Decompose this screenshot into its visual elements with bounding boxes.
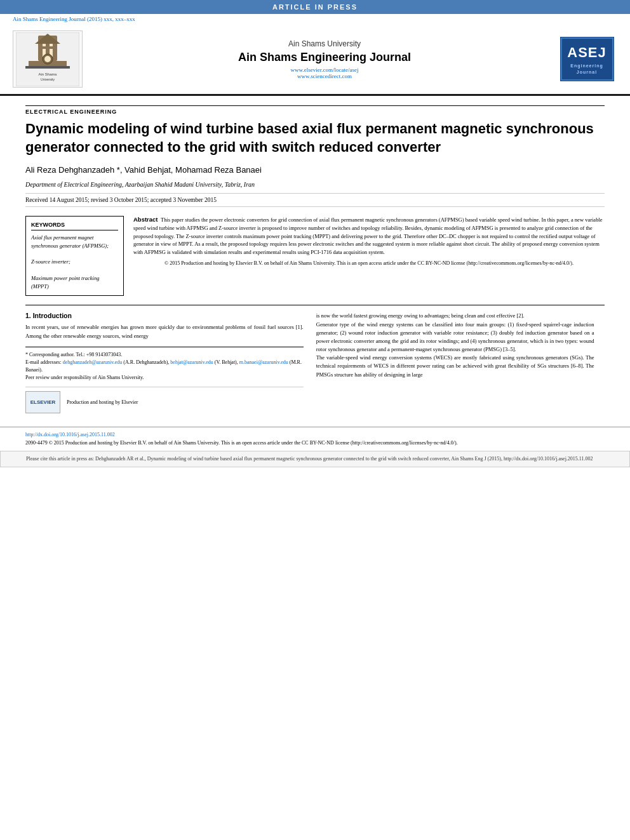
affiliation: Department of Electrical Engineering, Az… [25,181,605,188]
keywords-title: KEYWORDS [31,222,118,230]
section-label: ELECTRICAL ENGINEERING [25,105,605,115]
elsevier-tagline: Production and hosting by Elsevier [67,399,138,405]
svg-text:ASEJ: ASEJ [567,44,606,60]
footnote-corresponding: * Corresponding author. Tel.: +98 914307… [25,351,304,359]
header: Ain Shams University Ain Shams Universit… [0,24,630,96]
asej-logo-container: ASEJ Engineering Journal [560,37,617,81]
email-link-1[interactable]: dehghanzadeh@azaruniv.edu [63,359,123,365]
abstract-copyright: © 2015 Production and hosting by Elsevie… [133,260,605,266]
article-in-press-banner: ARTICLE IN PRESS [0,0,630,14]
open-access-line: This is an open access article under the… [221,440,458,446]
elsevier-url[interactable]: www.elsevier.com/locate/asej [291,67,359,73]
citation-text: Please cite this article in press as: De… [26,456,593,462]
footnote-peer-review: Peer review under responsibility of Ain … [25,374,304,382]
svg-text:University: University [41,77,55,81]
elsevier-logo: ELSEVIER [25,391,60,413]
elsevier-footer: ELSEVIER Production and hosting by Elsev… [25,387,304,417]
divider [25,305,605,305]
intro-para-right-2: Generator type of the wind energy system… [316,321,594,354]
bottom-links-bar: http://dx.doi.org/10.1016/j.asej.2015.11… [0,427,630,451]
received-line: Received 14 August 2015; revised 3 Octob… [25,193,605,207]
journal-link[interactable]: Ain Shams Engineering Journal (2015) xxx… [13,16,135,22]
issn-line: 2090-4479 © 2015 Production and hosting … [25,440,220,446]
abstract-section: Abstract This paper studies the power el… [133,216,605,296]
col-right: is now the world fastest growing energy … [316,312,594,417]
abstract-label: Abstract [133,216,158,223]
citation-box: Please cite this article in press as: De… [0,451,630,467]
footnote-emails: E-mail addresses: dehghanzadeh@azaruniv.… [25,359,304,374]
main-content: ELECTRICAL ENGINEERING Dynamic modeling … [0,96,630,427]
footnote-section: * Corresponding author. Tel.: +98 914307… [25,347,304,382]
svg-rect-10 [25,66,70,69]
keyword-1: Axial flux permanent magnet synchronous … [31,234,118,250]
doi-link[interactable]: http://dx.doi.org/10.1016/j.asej.2015.11… [25,432,115,437]
email-link-3[interactable]: m.banaei@azaruniv.edu [239,359,288,365]
keywords-box: KEYWORDS Axial flux permanent magnet syn… [25,216,124,296]
email-link-2[interactable]: behjat@azaruniv.edu [170,359,213,365]
intro-para-left: In recent years, use of renewable energi… [25,323,304,340]
paper-title: Dynamic modeling of wind turbine based a… [25,120,605,156]
keyword-3: Maximum power point tracking (MPPT) [31,274,118,291]
intro-para-right-3: The variable-speed wind energy conversio… [316,354,594,379]
keywords-list: Axial flux permanent magnet synchronous … [31,234,118,290]
journal-link-bar: Ain Shams Engineering Journal (2015) xxx… [0,14,630,24]
svg-point-9 [44,56,51,62]
intro-heading: 1. Introduction [25,312,304,319]
university-name: Ain Shams University [95,39,554,48]
university-logo-left: Ain Shams University [13,30,89,88]
intro-para-right-1: is now the world fastest growing energy … [316,312,594,320]
svg-text:Engineering: Engineering [570,63,603,69]
col-left: 1. Introduction In recent years, use of … [25,312,304,417]
keyword-2: Z-source inverter; [31,258,118,266]
article-body: 1. Introduction In recent years, use of … [25,312,605,417]
svg-text:Ain Shams: Ain Shams [38,72,57,76]
sciencedirect-url[interactable]: www.sciencedirect.com [297,73,352,79]
journal-links: www.elsevier.com/locate/asej www.science… [95,67,554,79]
header-center: Ain Shams University Ain Shams Engineeri… [95,39,554,79]
journal-title: Ain Shams Engineering Journal [95,51,554,64]
svg-text:Journal: Journal [577,70,597,74]
authors: Ali Reza Dehghanzadeh *, Vahid Behjat, M… [25,165,605,175]
kw-abstract-section: KEYWORDS Axial flux permanent magnet syn… [25,216,605,296]
asej-logo: ASEJ Engineering Journal [560,37,614,81]
abstract-text: This paper studies the power electronic … [133,217,603,255]
